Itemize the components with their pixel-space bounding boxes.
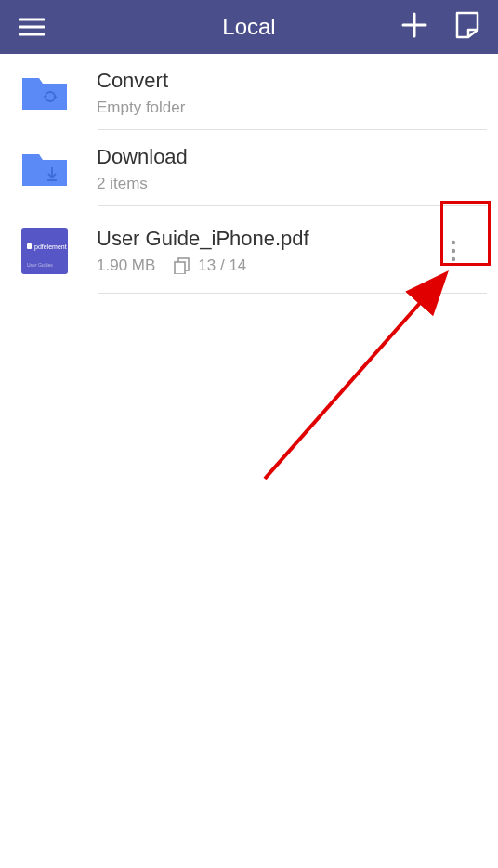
item-name: Download bbox=[97, 145, 478, 169]
more-vertical-icon bbox=[451, 240, 456, 262]
svg-point-15 bbox=[452, 241, 455, 244]
item-name: User Guide_iPhone.pdf bbox=[97, 227, 429, 251]
page-count: 13 / 14 bbox=[174, 256, 246, 275]
item-meta: Empty folder bbox=[97, 99, 478, 117]
pages-icon bbox=[174, 257, 190, 274]
folder-sync-icon bbox=[20, 69, 69, 117]
item-name: Convert bbox=[97, 69, 478, 93]
svg-rect-14 bbox=[175, 262, 185, 274]
item-meta: 2 items bbox=[97, 175, 478, 193]
menu-icon[interactable] bbox=[19, 18, 45, 36]
svg-line-19 bbox=[265, 279, 441, 479]
svg-point-16 bbox=[452, 249, 455, 253]
list-item[interactable]: Download 2 items bbox=[0, 130, 498, 206]
file-size: 1.90 MB bbox=[97, 256, 155, 275]
meta-text: Empty folder bbox=[97, 99, 185, 117]
file-list: Convert Empty folder Download 2 items bbox=[0, 54, 498, 294]
svg-text:User Guides: User Guides bbox=[27, 262, 53, 268]
more-options-button[interactable] bbox=[429, 221, 478, 281]
annotation-arrow bbox=[260, 265, 455, 483]
pdf-file-icon: pdfelement User Guides bbox=[20, 227, 69, 275]
file-info: Convert Empty folder bbox=[97, 69, 478, 117]
note-icon[interactable] bbox=[455, 11, 479, 43]
item-meta: 1.90 MB 13 / 14 bbox=[97, 256, 429, 275]
svg-point-17 bbox=[452, 257, 455, 261]
page-numbers: 13 / 14 bbox=[198, 256, 246, 275]
app-header: Local bbox=[0, 0, 498, 54]
add-icon[interactable] bbox=[401, 12, 427, 42]
page-title: Local bbox=[222, 14, 275, 40]
header-actions bbox=[401, 11, 479, 43]
list-item[interactable]: pdfelement User Guides User Guide_iPhone… bbox=[0, 206, 498, 294]
meta-text: 2 items bbox=[97, 175, 148, 193]
file-info: Download 2 items bbox=[97, 145, 478, 193]
file-info: User Guide_iPhone.pdf 1.90 MB 13 / 14 bbox=[97, 227, 429, 275]
svg-rect-10 bbox=[27, 243, 32, 249]
list-item[interactable]: Convert Empty folder bbox=[0, 54, 498, 130]
folder-download-icon bbox=[20, 145, 69, 193]
svg-text:pdfelement: pdfelement bbox=[34, 243, 67, 251]
